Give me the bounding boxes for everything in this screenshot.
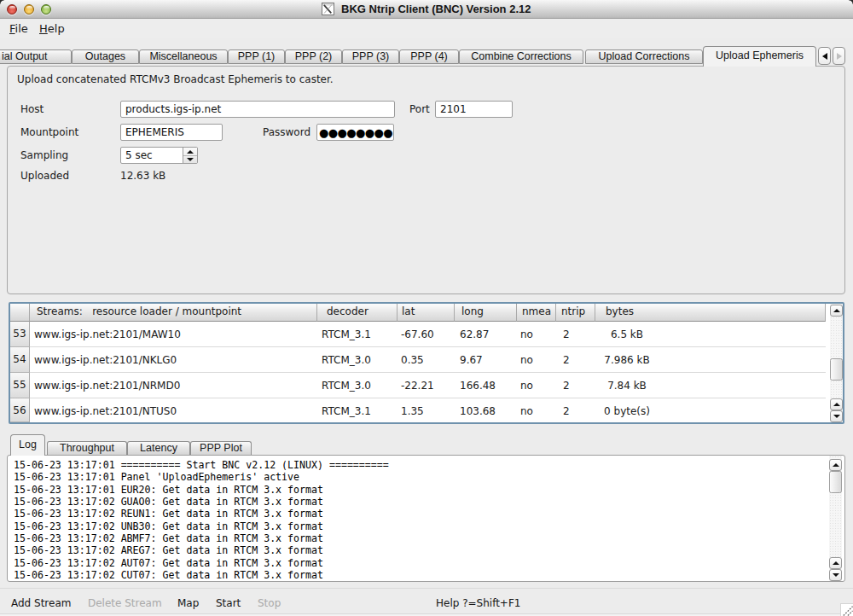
tab-upload-ephemeris[interactable]: Upload Ephemeris <box>703 46 816 67</box>
tab-miscellaneous[interactable]: Miscellaneous <box>139 49 228 64</box>
cell-long[interactable]: 9.67 <box>460 347 483 373</box>
menu-help[interactable]: Help <box>39 22 65 36</box>
titlebar[interactable]: BKG Ntrip Client (BNC) Version 2.12 <box>0 0 853 19</box>
down-arrow-icon <box>833 573 839 577</box>
tab-scroll-right-button[interactable] <box>833 47 845 65</box>
cell-ntrip[interactable]: 2 <box>563 398 570 424</box>
col-header-bytes[interactable]: bytes <box>595 304 826 322</box>
sampling-spinbox[interactable]: 5 sec <box>120 147 198 164</box>
tab-scroll-left-button[interactable] <box>818 47 831 65</box>
tab-throughput[interactable]: Throughput <box>47 441 127 455</box>
close-button[interactable] <box>7 4 17 15</box>
cell-lat[interactable]: 1.35 <box>401 398 424 424</box>
window-corner-left <box>0 0 4 4</box>
col-header-ntrip[interactable]: ntrip <box>556 304 595 322</box>
add-stream-button[interactable]: Add Stream <box>11 597 71 610</box>
resize-grip[interactable] <box>840 603 853 616</box>
start-button[interactable]: Start <box>216 597 241 610</box>
cell-bytes[interactable]: 7.84 kB <box>595 373 659 398</box>
password-input[interactable]: ●●●●●●●● <box>316 124 394 141</box>
tab-ppp-plot[interactable]: PPP Plot <box>190 441 252 455</box>
log-scroll-down-button[interactable] <box>829 569 842 581</box>
cell-bytes[interactable]: 7.986 kB <box>595 347 659 373</box>
cell-decoder[interactable]: RTCM_3.0 <box>322 373 371 398</box>
cell-ntrip[interactable]: 2 <box>563 347 570 373</box>
cell-nmea[interactable]: no <box>520 347 533 373</box>
log-scrollbar-thumb[interactable] <box>829 471 842 493</box>
row-header[interactable]: 53 <box>10 322 30 347</box>
help-button[interactable]: Help ?=Shift+F1 <box>436 597 520 610</box>
cell-decoder[interactable]: RTCM_3.1 <box>322 322 371 347</box>
host-input[interactable] <box>120 101 395 118</box>
log-line: 15-06-23 13:17:02 UNB30: Get data in RTC… <box>14 520 323 532</box>
log-text[interactable]: 15-06-23 13:17:01 ========== Start BNC v… <box>14 459 389 581</box>
cell-decoder[interactable]: RTCM_3.0 <box>322 347 371 373</box>
delete-stream-button[interactable]: Delete Stream <box>88 597 162 610</box>
mountpoint-input[interactable] <box>120 124 223 141</box>
log-scroll-up-button[interactable] <box>829 459 842 471</box>
col-header-nmea[interactable]: nmea <box>517 304 556 322</box>
cell-lat[interactable]: 0.35 <box>401 347 424 373</box>
cell-ntrip[interactable]: 2 <box>563 373 570 398</box>
minimize-button[interactable] <box>24 4 34 15</box>
tab-serial-output[interactable]: ial Output <box>0 49 72 64</box>
table-scroll-up-button-2[interactable] <box>830 398 843 410</box>
col-header-decoder[interactable]: decoder <box>317 304 397 322</box>
log-line: 15-06-23 13:17:02 GUAO0: Get data in RTC… <box>14 496 323 508</box>
spin-down-button[interactable] <box>183 155 197 163</box>
log-scroll-up-button-2[interactable] <box>829 557 842 569</box>
sampling-value: 5 sec <box>125 148 153 163</box>
cell-long[interactable]: 166.48 <box>460 373 496 398</box>
row-header[interactable]: 55 <box>10 373 30 398</box>
up-arrow-icon <box>833 309 840 312</box>
cell-bytes[interactable]: 6.5 kB <box>595 322 659 347</box>
col-header-streams[interactable]: Streams: resource loader / mountpoint <box>30 304 317 322</box>
cell-mountpoint[interactable]: www.igs-ip.net:2101/NTUS0 <box>34 398 177 424</box>
panel-caption: Upload concatenated RTCMv3 Broadcast Eph… <box>17 73 334 85</box>
tab-latency[interactable]: Latency <box>127 441 190 455</box>
cell-nmea[interactable]: no <box>520 322 533 347</box>
col-header-lat[interactable]: lat <box>397 304 455 322</box>
streams-table: Streams: resource loader / mountpoint de… <box>9 302 844 424</box>
mountpoint-label: Mountpoint <box>20 126 78 138</box>
cell-nmea[interactable]: no <box>520 398 533 424</box>
col-header-long[interactable]: long <box>455 304 517 322</box>
cell-long[interactable]: 62.87 <box>460 322 489 347</box>
cell-ntrip[interactable]: 2 <box>563 322 570 347</box>
tab-upload-corrections[interactable]: Upload Corrections <box>585 49 703 64</box>
cell-bytes[interactable]: 0 byte(s) <box>595 398 659 424</box>
port-input[interactable] <box>435 101 513 118</box>
tab-ppp-1[interactable]: PPP (1) <box>228 49 285 64</box>
row-header[interactable]: 54 <box>10 347 30 373</box>
table-scroll-down-button[interactable] <box>830 410 843 422</box>
cell-mountpoint[interactable]: www.igs-ip.net:2101/NRMD0 <box>34 373 180 398</box>
host-label: Host <box>20 103 44 115</box>
zoom-button[interactable] <box>41 4 51 15</box>
tab-ppp-3[interactable]: PPP (3) <box>342 49 399 64</box>
table-scroll-up-button[interactable] <box>830 305 843 317</box>
tab-log[interactable]: Log <box>10 434 45 456</box>
up-arrow-icon <box>833 403 840 406</box>
window-corner-right <box>849 0 853 4</box>
cell-lat[interactable]: -22.21 <box>401 373 434 398</box>
tab-combine-corrections[interactable]: Combine Corrections <box>459 49 583 64</box>
tab-ppp-4[interactable]: PPP (4) <box>399 49 459 64</box>
up-arrow-icon <box>833 463 839 467</box>
cell-mountpoint[interactable]: www.igs-ip.net:2101/NKLG0 <box>34 347 177 373</box>
cell-decoder[interactable]: RTCM_3.1 <box>322 398 371 424</box>
cell-mountpoint[interactable]: www.igs-ip.net:2101/MAW10 <box>34 322 181 347</box>
cell-lat[interactable]: -67.60 <box>401 322 434 347</box>
tab-ppp-2[interactable]: PPP (2) <box>285 49 342 64</box>
cell-long[interactable]: 103.68 <box>460 398 496 424</box>
cell-nmea[interactable]: no <box>520 373 533 398</box>
log-line: 15-06-23 13:17:02 AUT07: Get data in RTC… <box>14 557 323 569</box>
map-button[interactable]: Map <box>177 597 199 610</box>
tab-outages[interactable]: Outages <box>72 49 139 64</box>
table-scrollbar-thumb[interactable] <box>830 358 843 381</box>
up-arrow-icon <box>833 561 839 565</box>
stop-button[interactable]: Stop <box>258 597 281 610</box>
x11-app-icon <box>322 3 334 15</box>
menu-file[interactable]: File <box>9 22 28 36</box>
row-header[interactable]: 56 <box>10 398 30 422</box>
table-corner-header <box>10 304 30 322</box>
